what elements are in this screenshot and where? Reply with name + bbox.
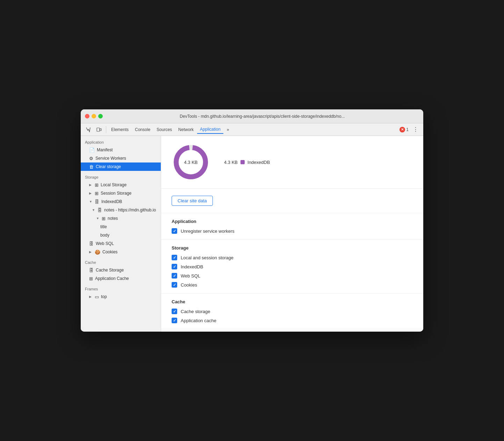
expand-arrow-icon: ▶ — [89, 191, 93, 195]
expand-arrow-icon: ▶ — [89, 295, 93, 298]
checkbox-icon — [172, 264, 177, 269]
expand-arrow-icon: ▶ — [89, 183, 93, 187]
checkbox-icon — [172, 255, 177, 260]
checkbox-label: Application cache — [181, 318, 216, 323]
notes-db-icon: 🗄 — [98, 208, 102, 213]
body-label: body — [100, 233, 158, 238]
frames-section-label: Frames — [81, 283, 161, 292]
sidebar-item-web-sql[interactable]: 🗄 Web SQL — [81, 239, 161, 248]
application-section-label: Application — [81, 136, 161, 146]
checkbox-unregister-service-workers[interactable]: Unregister service workers — [172, 228, 413, 234]
chart-area: 4.3 KB 4.3 KB IndexedDB — [161, 136, 423, 189]
chart-legend: 4.3 KB IndexedDB — [224, 160, 270, 165]
checkbox-web-sql[interactable]: Web SQL — [172, 273, 413, 279]
session-storage-label: Session Storage — [101, 191, 158, 196]
sidebar-item-cookies[interactable]: ▶ 🍪 Cookies — [81, 248, 161, 256]
cache-section: Cache Cache storage Application cache — [161, 294, 423, 329]
checkbox-local-session-storage[interactable]: Local and session storage — [172, 255, 413, 260]
inspect-icon-button[interactable] — [84, 125, 93, 135]
service-workers-icon: ⚙ — [89, 156, 93, 161]
legend-item-indexeddb: 4.3 KB IndexedDB — [224, 160, 270, 165]
local-storage-icon: ⊞ — [95, 182, 99, 188]
notes-store-label: notes — [108, 216, 158, 221]
expand-arrow-icon: ▶ — [89, 250, 93, 254]
cache-section-label: Cache — [81, 256, 161, 266]
content-panel: 4.3 KB 4.3 KB IndexedDB Clear site data … — [161, 136, 423, 332]
manifest-icon: 📄 — [89, 147, 95, 153]
indexeddb-label: IndexedDB — [101, 199, 158, 204]
notes-store-icon: ⊞ — [102, 216, 106, 221]
close-button[interactable] — [85, 114, 89, 118]
cache-storage-icon: 🗄 — [89, 268, 94, 273]
minimize-button[interactable] — [92, 114, 96, 118]
main-area: Application 📄 Manifest ⚙ Service Workers… — [81, 136, 423, 332]
sidebar-item-top[interactable]: ▶ ▭ top — [81, 292, 161, 301]
storage-section-label: Storage — [81, 171, 161, 181]
elements-tab[interactable]: Elements — [108, 126, 131, 133]
checkbox-icon — [172, 309, 177, 314]
sidebar-item-local-storage[interactable]: ▶ ⊞ Local Storage — [81, 181, 161, 189]
storage-section: Storage Local and session storage Indexe… — [161, 240, 423, 294]
notes-db-label: notes - https://mdn.github.io — [104, 208, 158, 212]
sidebar-item-session-storage[interactable]: ▶ ⊞ Session Storage — [81, 189, 161, 197]
clear-storage-icon: 🗑 — [89, 164, 94, 169]
checkbox-label: Web SQL — [181, 273, 200, 279]
legend-color-icon — [240, 160, 245, 164]
checkbox-label: Cookies — [181, 282, 197, 288]
maximize-button[interactable] — [98, 114, 103, 118]
sources-tab[interactable]: Sources — [154, 126, 175, 133]
sidebar-item-manifest[interactable]: 📄 Manifest — [81, 146, 161, 154]
legend-name: IndexedDB — [247, 160, 270, 165]
cache-storage-label: Cache Storage — [96, 268, 158, 273]
checkbox-indexeddb[interactable]: IndexedDB — [172, 264, 413, 269]
local-storage-label: Local Storage — [101, 182, 158, 187]
checkbox-label: Local and session storage — [181, 255, 233, 260]
toolbar-separator — [106, 126, 106, 133]
service-workers-label: Service Workers — [95, 156, 158, 161]
console-tab[interactable]: Console — [132, 126, 153, 133]
checkbox-icon — [172, 282, 177, 288]
application-cache-icon: ⊞ — [89, 276, 93, 281]
top-label: top — [101, 294, 158, 299]
storage-section-title: Storage — [172, 245, 413, 251]
sidebar-item-body[interactable]: body — [81, 231, 161, 239]
checkbox-cookies[interactable]: Cookies — [172, 282, 413, 288]
title-bar: DevTools - mdn.github.io/learning-area/j… — [81, 109, 423, 123]
sidebar-item-clear-storage[interactable]: 🗑 Clear storage — [81, 162, 161, 171]
application-section-title: Application — [172, 219, 413, 224]
cache-section-title: Cache — [172, 299, 413, 304]
clear-site-data-button[interactable]: Clear site data — [172, 196, 213, 206]
manifest-label: Manifest — [97, 147, 158, 152]
sidebar: Application 📄 Manifest ⚙ Service Workers… — [81, 136, 161, 332]
checkbox-label: IndexedDB — [181, 264, 203, 269]
checkbox-icon — [172, 228, 177, 234]
error-badge[interactable]: ✕ 1 — [399, 127, 409, 132]
application-tab[interactable]: Application — [197, 125, 223, 134]
session-storage-icon: ⊞ — [95, 191, 99, 196]
indexeddb-icon: 🗄 — [95, 199, 99, 204]
device-toggle-button[interactable] — [94, 125, 104, 135]
legend-size: 4.3 KB — [224, 160, 238, 165]
expand-arrow-icon: ▼ — [96, 217, 100, 220]
sidebar-item-notes-store[interactable]: ▼ ⊞ notes — [81, 214, 161, 223]
sidebar-item-indexeddb[interactable]: ▼ 🗄 IndexedDB — [81, 197, 161, 206]
checkbox-cache-storage[interactable]: Cache storage — [172, 309, 413, 314]
sidebar-item-service-workers[interactable]: ⚙ Service Workers — [81, 154, 161, 162]
more-options-button[interactable]: ⋮ — [411, 125, 420, 135]
devtools-toolbar: Elements Console Sources Network Applica… — [81, 123, 423, 136]
traffic-lights — [85, 114, 103, 118]
sidebar-item-title[interactable]: title — [81, 223, 161, 231]
clear-storage-label: Clear storage — [96, 164, 158, 169]
web-sql-icon: 🗄 — [89, 241, 94, 246]
sidebar-item-application-cache[interactable]: ⊞ Application Cache — [81, 274, 161, 283]
more-tabs-button[interactable]: » — [224, 126, 232, 133]
checkbox-label: Cache storage — [181, 309, 210, 314]
sidebar-item-cache-storage[interactable]: 🗄 Cache Storage — [81, 266, 161, 274]
checkbox-label: Unregister service workers — [181, 229, 235, 234]
network-tab[interactable]: Network — [175, 126, 196, 133]
cookies-icon: 🍪 — [95, 250, 100, 255]
checkbox-application-cache[interactable]: Application cache — [172, 318, 413, 323]
svg-rect-0 — [97, 128, 100, 131]
sidebar-item-notes-db[interactable]: ▼ 🗄 notes - https://mdn.github.io — [81, 206, 161, 214]
donut-label: 4.3 KB — [184, 160, 197, 165]
